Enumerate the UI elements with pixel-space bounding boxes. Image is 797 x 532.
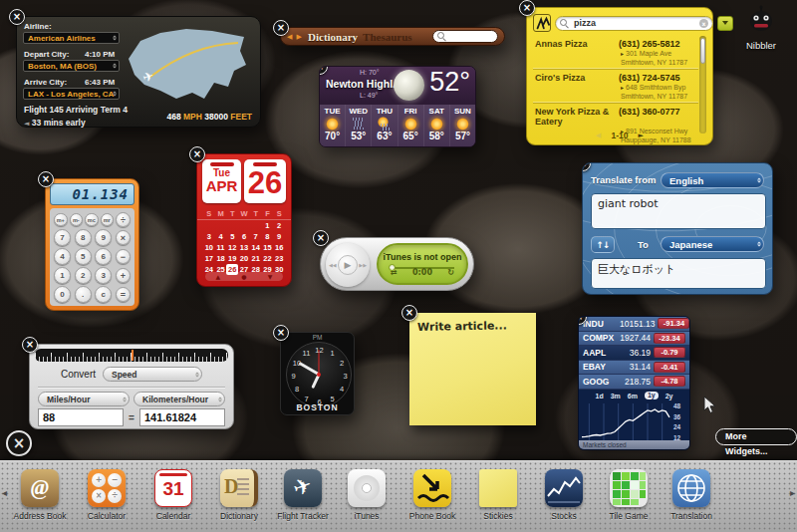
calc-key-2[interactable]: 2	[75, 267, 92, 284]
list-item[interactable]: Annas Pizza(631) 265-5812 ▸301 Maple Ave…	[533, 36, 698, 69]
calc-key-.[interactable]: .	[75, 286, 92, 303]
calc-key-0[interactable]: 0	[54, 286, 71, 303]
close-clock-button[interactable]: ×	[273, 325, 289, 341]
scroll-left-icon[interactable]: ◂	[2, 487, 7, 498]
fast-forward-icon[interactable]: ▶▶	[359, 262, 367, 268]
swap-languages-button[interactable]: ↑↓	[591, 236, 615, 253]
next-page-icon[interactable]: ►	[639, 132, 644, 139]
from-value-input[interactable]	[38, 408, 124, 426]
calendar-prev-button[interactable]: ▲	[216, 274, 221, 280]
tab-thesaurus[interactable]: Thesaurus	[363, 31, 412, 43]
dock-item-address-book[interactable]: @ Address Book	[8, 469, 72, 521]
calendar-next-button[interactable]: ▼	[268, 274, 273, 280]
shuffle-icon[interactable]: ⇄	[391, 268, 398, 277]
dock-item-phone-book[interactable]: Phone Book	[400, 469, 464, 521]
calc-key-7[interactable]: 7	[54, 229, 71, 246]
range-6m-button[interactable]: 6m	[628, 393, 638, 399]
stock-row[interactable]: EBAY31.14-0.41	[579, 361, 689, 376]
calendar-day-10[interactable]: 10	[203, 242, 215, 253]
to-unit-dropdown[interactable]: Kilometers/Hour	[133, 392, 225, 406]
stock-row[interactable]: COMPX1927.44-23.34	[579, 332, 689, 347]
close-widget-bar-button[interactable]: ×	[6, 430, 32, 456]
calc-key-÷[interactable]: ÷	[116, 212, 131, 227]
stock-row[interactable]: GOOG218.75-4.78	[579, 375, 689, 390]
range-3m-button[interactable]: 3m	[611, 393, 621, 399]
close-flight-tracker-button[interactable]: ×	[9, 9, 25, 25]
calc-key-mc[interactable]: mc	[85, 213, 99, 227]
result-text-area[interactable]: 巨大なロボット	[591, 258, 766, 289]
calendar-day-17[interactable]: 17	[203, 253, 215, 264]
calc-key-+[interactable]: +	[116, 268, 131, 283]
calendar-day-6[interactable]: 6	[238, 231, 250, 242]
category-dropdown-button[interactable]	[717, 16, 733, 31]
range-2y-button[interactable]: 2y	[665, 393, 673, 399]
arrive-city-dropdown[interactable]: LAX - Los Angeles, CA	[23, 88, 120, 100]
calendar-day-22[interactable]: 22	[262, 253, 274, 264]
dock-item-flight-tracker[interactable]: ✈ Flight Tracker	[271, 469, 335, 521]
dock-item-stocks[interactable]: Stocks	[532, 469, 596, 521]
calendar-day-2[interactable]: 2	[273, 220, 285, 231]
calc-key-mr[interactable]: mr	[101, 213, 115, 227]
stock-row-selected[interactable]: AAPL36.19-0.79	[579, 346, 689, 361]
calendar-day-23[interactable]: 23	[273, 253, 285, 264]
calendar-day-9[interactable]: 9	[273, 231, 285, 242]
from-unit-dropdown[interactable]: Miles/Hour	[38, 392, 130, 406]
dictionary-nav-arrows-icon[interactable]: ◀ ▶	[287, 33, 303, 41]
to-language-dropdown[interactable]: Japanese	[661, 236, 764, 252]
stock-row[interactable]: INDU10151.13-91.34	[579, 317, 689, 332]
calc-key-9[interactable]: 9	[95, 229, 112, 246]
dictionary-search-field[interactable]	[432, 30, 498, 43]
calc-key-4[interactable]: 4	[54, 248, 71, 265]
close-stickies-button[interactable]: ×	[401, 305, 417, 321]
calendar-day-20[interactable]: 20	[238, 253, 250, 264]
calendar-day-12[interactable]: 12	[226, 242, 238, 253]
scrollbar[interactable]	[699, 36, 706, 133]
click-wheel[interactable]: ◀◀ ▶ ▶▶	[326, 243, 370, 287]
calc-key-m+[interactable]: m+	[54, 213, 68, 227]
tab-dictionary[interactable]: Dictionary	[308, 31, 358, 43]
calc-key-−[interactable]: −	[116, 249, 131, 264]
scrollbar-thumb[interactable]	[700, 38, 705, 64]
from-language-dropdown[interactable]: English	[661, 172, 764, 188]
calendar-day-8[interactable]: 8	[262, 231, 274, 242]
list-item[interactable]: Ciro's Pizza(631) 724-5745 ▸648 Smithtow…	[533, 69, 698, 103]
calendar-day-14[interactable]: 14	[250, 242, 262, 253]
phone-book-search-input[interactable]	[572, 17, 696, 29]
close-converter-button[interactable]: ×	[22, 337, 38, 353]
range-1y-button[interactable]: 1y	[645, 392, 659, 399]
dock-item-calendar[interactable]: 31 Calendar	[141, 469, 205, 521]
range-1d-button[interactable]: 1d	[595, 393, 603, 399]
calc-key-1[interactable]: 1	[54, 267, 71, 284]
dock-item-translation[interactable]: Translation	[660, 469, 723, 521]
calc-key-m-[interactable]: m-	[70, 213, 84, 227]
calc-key-5[interactable]: 5	[75, 248, 92, 265]
prev-page-icon[interactable]: ◀	[596, 132, 601, 139]
scroll-right-icon[interactable]: ▸	[790, 487, 795, 498]
calc-key-=[interactable]: =	[116, 287, 131, 302]
airline-dropdown[interactable]: American Airlines	[23, 32, 120, 44]
calendar-day-3[interactable]: 3	[203, 231, 215, 242]
nibbler-widget[interactable]: Nibbler	[737, 5, 785, 51]
calc-key-×[interactable]: ×	[116, 230, 131, 245]
clear-search-icon[interactable]: x	[699, 19, 708, 28]
more-widgets-button[interactable]: More Widgets...	[715, 428, 797, 445]
calendar-day-18[interactable]: 18	[215, 253, 227, 264]
calendar-day-1[interactable]: 1	[262, 220, 274, 231]
calendar-day-11[interactable]: 11	[215, 242, 227, 253]
play-button[interactable]: ▶	[338, 255, 358, 275]
calendar-day-13[interactable]: 13	[238, 242, 250, 253]
close-itunes-button[interactable]: ×	[313, 230, 329, 246]
calendar-day-4[interactable]: 4	[215, 231, 227, 242]
calc-key-6[interactable]: 6	[95, 248, 112, 265]
calendar-day-16[interactable]: 16	[273, 242, 285, 253]
calendar-day-15[interactable]: 15	[262, 242, 274, 253]
to-value-input[interactable]	[139, 408, 225, 426]
calendar-day-19[interactable]: 19	[226, 253, 238, 264]
calendar-day-5[interactable]: 5	[226, 231, 238, 242]
close-calculator-button[interactable]: ×	[38, 171, 54, 187]
depart-city-dropdown[interactable]: Boston, MA (BOS)	[23, 60, 120, 72]
sticky-note-text[interactable]: Write article...	[409, 312, 536, 341]
dock-item-tile-game[interactable]: Tile Game	[597, 469, 661, 521]
rewind-icon[interactable]: ◀◀	[329, 262, 337, 268]
calc-key-8[interactable]: 8	[75, 229, 92, 246]
